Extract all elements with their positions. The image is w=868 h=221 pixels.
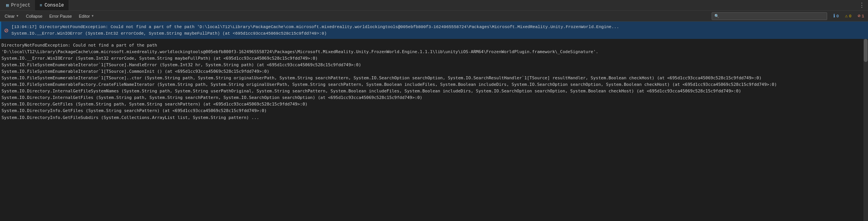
info-count: 0 [836, 14, 839, 18]
tab-bar: ▤ Project ≡ Console ⋮ [0, 0, 868, 11]
editor-button[interactable]: Editor ▼ [76, 12, 97, 20]
search-input[interactable] [721, 14, 824, 18]
error-banner-icon: ⊘ [4, 26, 8, 35]
toolbar: Clear ▼ Collapse Error Pause Editor ▼ 🔍 … [0, 11, 868, 22]
error-banner-second-line: System.IO.__Error.WinIOError (System.Int… [12, 30, 865, 37]
error-badge[interactable]: ⊘ 1 [855, 12, 866, 20]
stack-trace: DirectoryNotFoundException: Could not fi… [2, 42, 866, 121]
tab-console[interactable]: ≡ Console [35, 0, 69, 10]
tab-project[interactable]: ▤ Project [2, 0, 35, 10]
editor-dropdown-arrow: ▼ [91, 14, 94, 18]
collapse-button[interactable]: Collapse [23, 12, 45, 20]
editor-label: Editor [79, 14, 90, 18]
warning-count: 0 [849, 14, 852, 18]
clear-label: Clear [5, 14, 15, 18]
error-banner[interactable]: ⊘ [13:04:17] DirectoryNotFoundException:… [0, 22, 868, 39]
warning-icon: ⚠ [845, 13, 848, 19]
tab-console-label: Console [45, 3, 64, 8]
clear-dropdown-arrow: ▼ [16, 14, 19, 18]
scrollbar-thumb[interactable] [864, 39, 868, 62]
info-icon: ℹ [833, 13, 835, 19]
collapse-label: Collapse [26, 14, 42, 18]
error-pause-label: Error Pause [49, 14, 72, 18]
tab-project-label: Project [11, 3, 30, 8]
tab-more-button[interactable]: ⋮ [857, 2, 866, 9]
project-icon: ▤ [6, 3, 9, 8]
search-icon: 🔍 [714, 14, 719, 18]
error-pause-button[interactable]: Error Pause [46, 12, 75, 20]
error-icon: ⊘ [858, 13, 860, 19]
scrollbar-track[interactable] [863, 39, 868, 221]
info-badge[interactable]: ℹ 0 [831, 12, 841, 20]
badge-group: ℹ 0 ⚠ 0 ⊘ 1 [831, 12, 866, 20]
console-icon: ≡ [40, 3, 42, 8]
warning-badge[interactable]: ⚠ 0 [843, 12, 854, 20]
error-banner-first-line: [13:04:17] DirectoryNotFoundException: C… [12, 24, 865, 30]
search-box[interactable]: 🔍 [712, 12, 827, 20]
error-count: 1 [861, 14, 864, 18]
clear-button[interactable]: Clear ▼ [2, 12, 22, 20]
main-content[interactable]: DirectoryNotFoundException: Could not fi… [0, 39, 868, 221]
